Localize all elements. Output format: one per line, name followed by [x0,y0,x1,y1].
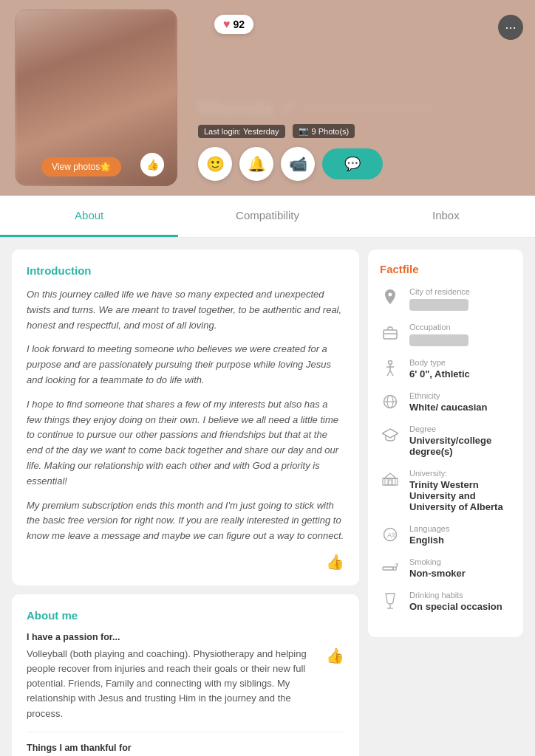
smoking-label: Smoking [409,557,466,566]
svg-rect-12 [385,478,388,485]
drinking-label: Drinking habits [409,591,502,599]
smoking-icon [380,557,401,578]
heart-count-badge: ♥ 92 [214,15,253,34]
introduction-text: On this journey called life we have so m… [27,287,344,544]
ethnicity-icon [380,391,401,412]
video-call-button[interactable]: 📹 [281,147,315,181]
svg-marker-16 [384,473,396,478]
video-icon: 📹 [289,155,307,173]
profile-banner: View photos🌟 👍 ♥ 92 ··· Rhonda ✓ ~~~~~~~… [0,0,535,196]
briefcase-icon [380,323,401,343]
svg-text:文: 文 [391,532,396,537]
tab-inbox[interactable]: Inbox [357,196,535,237]
photos-tag: 📷 9 Photo(s) [293,124,355,138]
heart-count: 92 [234,18,245,30]
like-photo-button[interactable]: 👍 [140,153,164,176]
notification-button[interactable]: 🔔 [239,147,273,181]
action-buttons: 🙂 🔔 📹 💬 [198,147,520,181]
left-column: Introduction On this journey called life… [12,250,359,756]
svg-line-5 [387,371,390,376]
right-column: Factfile City of residence Occupation [368,250,523,756]
fact-body-type: Body type 6' 0", Athletic [380,358,511,379]
factfile-card: Factfile City of residence Occupation [368,250,523,637]
degree-label: Degree [409,425,511,433]
body-type-icon [380,358,401,379]
svg-line-6 [390,371,393,376]
qa-question-passion: I have a passion for... [27,632,344,642]
body-type-value: 6' 0", Athletic [409,368,470,379]
fact-smoking: Smoking Non-smoker [380,557,511,579]
intro-para-3: I hope to find someone that shares a few… [27,397,344,489]
intro-para-4: My premium subscription ends this month … [27,498,344,544]
profile-meta: Last login: Yesterday 📷 9 Photo(s) [198,124,520,138]
ethnicity-label: Ethnicity [409,391,487,400]
fact-university: University: Trinity Western University a… [380,469,511,512]
about-me-card: About me I have a passion for... Volleyb… [12,594,359,756]
fact-city: City of residence [380,287,511,311]
profile-name: Rhonda ✓ ~~~~~~~~~~~ [198,97,520,120]
degree-value: University/college degree(s) [409,435,511,457]
university-value: Trinity Western University and Universit… [409,479,511,512]
university-icon [380,469,401,489]
svg-rect-14 [389,480,392,485]
drinking-icon [380,591,401,611]
view-photos-button[interactable]: View photos🌟 [41,157,121,176]
intro-like-button[interactable]: 👍 [326,553,344,571]
introduction-title: Introduction [27,264,344,277]
svg-rect-20 [383,567,393,570]
tab-compatibility[interactable]: Compatibility [178,196,356,237]
qa-question-thankful: Things I am thankful for [27,743,344,753]
occupation-label: Occupation [409,323,468,331]
degree-icon [380,425,401,445]
navigation-tabs: About Compatibility Inbox [0,196,535,238]
drinking-value: On special occasion [409,601,502,612]
qa-like-passion[interactable]: 👍 [326,647,344,664]
last-login-tag: Last login: Yesterday [198,125,285,138]
city-value [409,299,468,311]
profile-info: Rhonda ✓ ~~~~~~~~~~~ Last login: Yesterd… [198,97,520,184]
smoking-value: Non-smoker [409,568,466,579]
message-button[interactable]: 💬 [322,148,383,179]
fact-ethnicity: Ethnicity White/ caucasian [380,391,511,413]
ethnicity-value: White/ caucasian [409,402,487,413]
svg-rect-13 [392,478,395,485]
intro-para-1: On this journey called life we have so m… [27,287,344,333]
intro-para-2: I look forward to meeting someone who be… [27,342,344,388]
qa-item-passion: I have a passion for... Volleyball (both… [27,632,344,732]
city-label: City of residence [409,287,470,296]
fact-languages: A文 Languages English [380,524,511,546]
camera-icon: 📷 [299,126,309,136]
fact-degree: Degree University/college degree(s) [380,425,511,457]
languages-value: English [409,535,449,546]
factfile-title: Factfile [380,263,511,275]
svg-rect-21 [393,567,396,570]
location-icon [380,287,401,308]
heart-icon: ♥ [223,18,231,31]
svg-point-2 [389,361,392,365]
occupation-value [409,334,468,346]
about-me-title: About me [27,609,344,622]
qa-item-thankful: Things I am thankful for My Family, Havi… [27,743,344,756]
introduction-card: Introduction On this journey called life… [12,250,359,585]
languages-icon: A文 [380,524,401,545]
smile-icon: 🙂 [206,155,225,173]
university-label: University: [409,469,511,478]
more-options-button[interactable]: ··· [498,15,523,40]
fact-occupation: Occupation [380,323,511,346]
svg-marker-10 [382,429,398,438]
bell-icon: 🔔 [248,155,266,173]
more-icon: ··· [505,21,516,34]
body-type-label: Body type [409,358,470,367]
content-area: Introduction On this journey called life… [0,238,535,756]
message-icon: 💬 [344,156,361,172]
qa-answer-passion: Volleyball (both playing and coaching). … [27,647,320,721]
svg-rect-0 [384,330,397,339]
emoji-reaction-button[interactable]: 🙂 [198,147,232,181]
fact-drinking: Drinking habits On special occasion [380,591,511,612]
tab-about[interactable]: About [0,196,178,237]
languages-label: Languages [409,524,449,533]
